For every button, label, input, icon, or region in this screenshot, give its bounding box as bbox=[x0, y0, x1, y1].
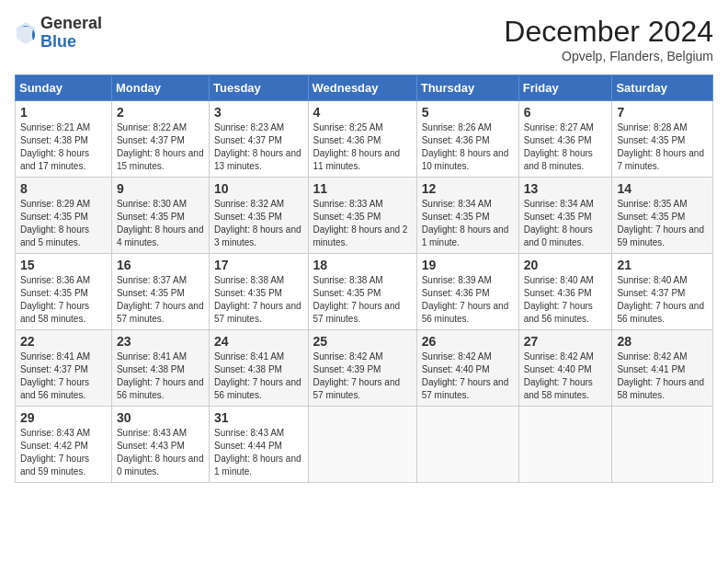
day-number: 23 bbox=[117, 334, 204, 349]
day-info: Sunrise: 8:41 AM Sunset: 4:37 PM Dayligh… bbox=[20, 350, 107, 402]
day-number: 10 bbox=[214, 181, 302, 196]
week-row-3: 15Sunrise: 8:36 AM Sunset: 4:35 PM Dayli… bbox=[16, 254, 713, 330]
logo-text: General Blue bbox=[40, 15, 102, 52]
day-info: Sunrise: 8:40 AM Sunset: 4:36 PM Dayligh… bbox=[524, 274, 608, 326]
logo-icon bbox=[15, 20, 37, 46]
day-number: 15 bbox=[20, 258, 107, 272]
calendar-cell: 20Sunrise: 8:40 AM Sunset: 4:36 PM Dayli… bbox=[518, 254, 612, 330]
column-header-sunday: Sunday bbox=[16, 75, 112, 101]
day-info: Sunrise: 8:43 AM Sunset: 4:44 PM Dayligh… bbox=[214, 427, 302, 478]
calendar-cell: 31Sunrise: 8:43 AM Sunset: 4:44 PM Dayli… bbox=[210, 407, 308, 483]
calendar-cell: 28Sunrise: 8:42 AM Sunset: 4:41 PM Dayli… bbox=[612, 330, 713, 407]
day-number: 3 bbox=[214, 105, 302, 120]
column-header-thursday: Thursday bbox=[416, 75, 518, 101]
day-number: 5 bbox=[422, 105, 514, 120]
week-row-1: 1Sunrise: 8:21 AM Sunset: 4:38 PM Daylig… bbox=[16, 101, 713, 178]
week-row-4: 22Sunrise: 8:41 AM Sunset: 4:37 PM Dayli… bbox=[16, 330, 713, 407]
calendar-cell: 19Sunrise: 8:39 AM Sunset: 4:36 PM Dayli… bbox=[416, 254, 518, 330]
calendar-cell: 16Sunrise: 8:37 AM Sunset: 4:35 PM Dayli… bbox=[111, 254, 209, 330]
day-info: Sunrise: 8:23 AM Sunset: 4:37 PM Dayligh… bbox=[214, 121, 302, 173]
day-info: Sunrise: 8:39 AM Sunset: 4:36 PM Dayligh… bbox=[422, 274, 514, 326]
day-info: Sunrise: 8:33 AM Sunset: 4:35 PM Dayligh… bbox=[313, 198, 412, 249]
day-number: 4 bbox=[313, 105, 412, 120]
day-info: Sunrise: 8:42 AM Sunset: 4:40 PM Dayligh… bbox=[524, 350, 608, 402]
calendar-cell: 15Sunrise: 8:36 AM Sunset: 4:35 PM Dayli… bbox=[16, 254, 112, 330]
calendar-table: SundayMondayTuesdayWednesdayThursdayFrid… bbox=[15, 75, 713, 483]
column-header-saturday: Saturday bbox=[612, 75, 713, 101]
month-title: December 2024 bbox=[504, 15, 713, 49]
calendar-cell: 1Sunrise: 8:21 AM Sunset: 4:38 PM Daylig… bbox=[16, 101, 112, 178]
calendar-cell: 29Sunrise: 8:43 AM Sunset: 4:42 PM Dayli… bbox=[16, 407, 112, 483]
day-number: 18 bbox=[313, 258, 412, 272]
day-number: 14 bbox=[617, 181, 708, 196]
calendar-cell: 8Sunrise: 8:29 AM Sunset: 4:35 PM Daylig… bbox=[16, 178, 112, 254]
week-row-5: 29Sunrise: 8:43 AM Sunset: 4:42 PM Dayli… bbox=[16, 407, 713, 483]
calendar-cell: 10Sunrise: 8:32 AM Sunset: 4:35 PM Dayli… bbox=[210, 178, 308, 254]
calendar-cell bbox=[612, 407, 713, 483]
calendar-cell: 24Sunrise: 8:41 AM Sunset: 4:38 PM Dayli… bbox=[210, 330, 308, 407]
day-info: Sunrise: 8:42 AM Sunset: 4:39 PM Dayligh… bbox=[313, 350, 412, 402]
day-info: Sunrise: 8:21 AM Sunset: 4:38 PM Dayligh… bbox=[20, 121, 107, 173]
day-number: 26 bbox=[422, 334, 514, 349]
day-info: Sunrise: 8:27 AM Sunset: 4:36 PM Dayligh… bbox=[524, 121, 608, 173]
day-number: 12 bbox=[422, 181, 514, 196]
calendar-cell: 22Sunrise: 8:41 AM Sunset: 4:37 PM Dayli… bbox=[16, 330, 112, 407]
calendar-cell: 4Sunrise: 8:25 AM Sunset: 4:36 PM Daylig… bbox=[308, 101, 416, 178]
week-row-2: 8Sunrise: 8:29 AM Sunset: 4:35 PM Daylig… bbox=[16, 178, 713, 254]
day-info: Sunrise: 8:28 AM Sunset: 4:35 PM Dayligh… bbox=[617, 121, 708, 173]
calendar-cell: 14Sunrise: 8:35 AM Sunset: 4:35 PM Dayli… bbox=[612, 178, 713, 254]
calendar-cell: 21Sunrise: 8:40 AM Sunset: 4:37 PM Dayli… bbox=[612, 254, 713, 330]
calendar-cell: 3Sunrise: 8:23 AM Sunset: 4:37 PM Daylig… bbox=[210, 101, 308, 178]
day-info: Sunrise: 8:36 AM Sunset: 4:35 PM Dayligh… bbox=[20, 274, 107, 326]
day-info: Sunrise: 8:41 AM Sunset: 4:38 PM Dayligh… bbox=[214, 350, 302, 402]
day-info: Sunrise: 8:29 AM Sunset: 4:35 PM Dayligh… bbox=[20, 198, 107, 249]
calendar-cell: 7Sunrise: 8:28 AM Sunset: 4:35 PM Daylig… bbox=[612, 101, 713, 178]
day-number: 31 bbox=[214, 410, 302, 425]
day-number: 22 bbox=[20, 334, 107, 349]
svg-marker-0 bbox=[17, 22, 35, 44]
calendar-header-row: SundayMondayTuesdayWednesdayThursdayFrid… bbox=[16, 75, 713, 101]
calendar-cell: 11Sunrise: 8:33 AM Sunset: 4:35 PM Dayli… bbox=[308, 178, 416, 254]
calendar-cell: 9Sunrise: 8:30 AM Sunset: 4:35 PM Daylig… bbox=[111, 178, 209, 254]
column-header-monday: Monday bbox=[111, 75, 209, 101]
calendar-cell bbox=[518, 407, 612, 483]
day-info: Sunrise: 8:43 AM Sunset: 4:42 PM Dayligh… bbox=[20, 427, 107, 478]
calendar-cell: 12Sunrise: 8:34 AM Sunset: 4:35 PM Dayli… bbox=[416, 178, 518, 254]
calendar-cell: 6Sunrise: 8:27 AM Sunset: 4:36 PM Daylig… bbox=[518, 101, 612, 178]
day-number: 11 bbox=[313, 181, 412, 196]
day-number: 25 bbox=[313, 334, 412, 349]
day-info: Sunrise: 8:26 AM Sunset: 4:36 PM Dayligh… bbox=[422, 121, 514, 173]
day-number: 13 bbox=[524, 181, 608, 196]
calendar-cell bbox=[416, 407, 518, 483]
day-info: Sunrise: 8:30 AM Sunset: 4:35 PM Dayligh… bbox=[117, 198, 204, 249]
day-number: 27 bbox=[524, 334, 608, 349]
day-info: Sunrise: 8:40 AM Sunset: 4:37 PM Dayligh… bbox=[617, 274, 708, 326]
calendar-cell: 18Sunrise: 8:38 AM Sunset: 4:35 PM Dayli… bbox=[308, 254, 416, 330]
day-info: Sunrise: 8:41 AM Sunset: 4:38 PM Dayligh… bbox=[117, 350, 204, 402]
calendar-cell: 23Sunrise: 8:41 AM Sunset: 4:38 PM Dayli… bbox=[111, 330, 209, 407]
day-info: Sunrise: 8:34 AM Sunset: 4:35 PM Dayligh… bbox=[422, 198, 514, 249]
calendar-cell: 30Sunrise: 8:43 AM Sunset: 4:43 PM Dayli… bbox=[111, 407, 209, 483]
day-number: 7 bbox=[617, 105, 708, 120]
logo: General Blue bbox=[15, 15, 102, 52]
column-header-friday: Friday bbox=[518, 75, 612, 101]
day-number: 20 bbox=[524, 258, 608, 272]
day-number: 21 bbox=[617, 258, 708, 272]
day-number: 1 bbox=[20, 105, 107, 120]
day-info: Sunrise: 8:38 AM Sunset: 4:35 PM Dayligh… bbox=[214, 274, 302, 326]
day-info: Sunrise: 8:37 AM Sunset: 4:35 PM Dayligh… bbox=[117, 274, 204, 326]
day-number: 9 bbox=[117, 181, 204, 196]
page-header: General Blue December 2024 Opvelp, Fland… bbox=[15, 15, 713, 63]
day-number: 17 bbox=[214, 258, 302, 272]
calendar-cell: 13Sunrise: 8:34 AM Sunset: 4:35 PM Dayli… bbox=[518, 178, 612, 254]
day-info: Sunrise: 8:32 AM Sunset: 4:35 PM Dayligh… bbox=[214, 198, 302, 249]
day-number: 24 bbox=[214, 334, 302, 349]
day-info: Sunrise: 8:38 AM Sunset: 4:35 PM Dayligh… bbox=[313, 274, 412, 326]
day-number: 6 bbox=[524, 105, 608, 120]
day-info: Sunrise: 8:25 AM Sunset: 4:36 PM Dayligh… bbox=[313, 121, 412, 173]
day-info: Sunrise: 8:42 AM Sunset: 4:41 PM Dayligh… bbox=[617, 350, 708, 402]
calendar-cell: 27Sunrise: 8:42 AM Sunset: 4:40 PM Dayli… bbox=[518, 330, 612, 407]
day-number: 16 bbox=[117, 258, 204, 272]
column-header-wednesday: Wednesday bbox=[308, 75, 416, 101]
day-info: Sunrise: 8:22 AM Sunset: 4:37 PM Dayligh… bbox=[117, 121, 204, 173]
